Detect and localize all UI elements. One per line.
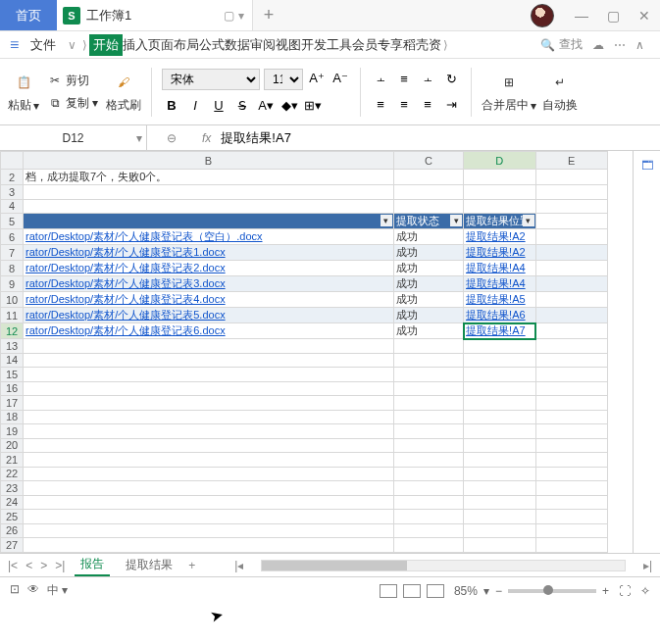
strikethrough-button[interactable]: S̶ (232, 96, 252, 116)
tab-pin-icon[interactable]: ▢ (224, 9, 234, 23)
cell[interactable] (535, 214, 607, 229)
paste-icon[interactable]: 📋 (11, 70, 36, 95)
spreadsheet-grid[interactable]: B C D E 2档，成功提取7个，失败0个。345▾提取状态▾提取结果位置▾6… (0, 151, 608, 553)
cell[interactable] (535, 199, 607, 214)
cell[interactable] (464, 368, 535, 382)
cell[interactable] (464, 481, 535, 496)
row-header[interactable]: 24 (1, 495, 24, 510)
cell[interactable] (24, 495, 394, 510)
search-box[interactable]: 🔍 查找 (540, 36, 583, 53)
menu-prev-icon[interactable]: ⟩ (82, 38, 87, 52)
cell[interactable] (393, 538, 463, 553)
row-header[interactable]: 4 (1, 199, 24, 214)
status-cell[interactable]: 成功 (393, 229, 463, 245)
row-header[interactable]: 9 (1, 276, 24, 292)
header-result[interactable]: 提取结果位置▾ (464, 214, 535, 229)
cell[interactable] (535, 396, 607, 411)
cell[interactable] (535, 276, 607, 292)
file-link[interactable]: rator/Desktop/素材/个人健康登记表3.docx (24, 276, 394, 292)
file-link[interactable]: rator/Desktop/素材/个人健康登记表5.docx (24, 308, 394, 323)
wrap-button[interactable]: 自动换 (542, 97, 578, 114)
collapse-ribbon-icon[interactable]: ∧ (635, 38, 644, 52)
cell[interactable] (535, 538, 607, 553)
row-header[interactable]: 7 (1, 245, 24, 261)
result-link[interactable]: 提取结果!A4 (464, 261, 535, 276)
decrease-font-button[interactable]: A⁻ (330, 69, 350, 88)
indent-button[interactable]: ⇥ (441, 95, 461, 115)
cell[interactable] (24, 199, 394, 214)
header-status[interactable]: 提取状态▾ (393, 214, 463, 229)
cell[interactable] (393, 396, 463, 411)
fx-icon[interactable]: fx (196, 131, 217, 145)
sheet-tab-results[interactable]: 提取结果 (120, 555, 178, 575)
format-painter-button[interactable]: 格式刷 (106, 97, 141, 114)
status-record-icon[interactable]: ⊡ (10, 582, 20, 599)
cell[interactable]: 档，成功提取7个，失败0个。 (24, 170, 394, 185)
row-header[interactable]: 26 (1, 523, 24, 538)
wrap-icon[interactable]: ↵ (547, 70, 573, 95)
file-link[interactable]: rator/Desktop/素材/个人健康登记表1.docx (24, 245, 394, 261)
cell[interactable] (464, 453, 535, 468)
cell[interactable] (464, 339, 535, 354)
cell[interactable] (24, 424, 394, 439)
cell[interactable] (535, 481, 607, 496)
cell[interactable] (535, 261, 607, 276)
col-header-e[interactable]: E (535, 152, 607, 170)
row-header[interactable]: 23 (1, 481, 24, 496)
row-header[interactable]: 10 (1, 292, 24, 308)
cell[interactable] (464, 170, 535, 185)
row-header[interactable]: 8 (1, 261, 24, 276)
tab-home[interactable]: 首页 (0, 0, 57, 30)
cell[interactable] (393, 552, 463, 553)
cell[interactable] (464, 523, 535, 538)
bold-button[interactable]: B (162, 96, 181, 116)
format-painter-icon[interactable]: 🖌 (111, 70, 136, 95)
row-header[interactable]: 21 (1, 453, 24, 468)
col-header-c[interactable]: C (393, 152, 463, 170)
row-header[interactable]: 28 (1, 552, 24, 553)
cell[interactable] (393, 339, 463, 354)
italic-button[interactable]: I (185, 96, 205, 116)
cell[interactable] (24, 552, 394, 553)
cell[interactable] (535, 353, 607, 368)
cell[interactable] (24, 396, 394, 411)
hscroll-thumb[interactable] (262, 561, 407, 570)
fullscreen-icon[interactable]: ⛶ (619, 584, 631, 598)
cell[interactable] (393, 510, 463, 524)
status-eye-icon[interactable]: 👁 (27, 582, 39, 599)
row-header[interactable]: 16 (1, 381, 24, 396)
row-header[interactable]: 17 (1, 396, 24, 411)
zoom-out-button[interactable]: − (495, 584, 502, 598)
merge-button[interactable]: 合并居中▾ (482, 97, 536, 114)
paste-button[interactable]: 粘贴 ▾ (8, 97, 39, 114)
align-left-button[interactable]: ≡ (371, 95, 390, 115)
cell[interactable] (535, 185, 607, 200)
row-header[interactable]: 19 (1, 424, 24, 439)
cell[interactable] (464, 353, 535, 368)
increase-font-button[interactable]: A⁺ (307, 69, 327, 88)
cell[interactable] (464, 396, 535, 411)
file-link[interactable]: rator/Desktop/素材/个人健康登记表6.docx (24, 323, 394, 339)
align-top-button[interactable]: ⫠ (371, 70, 390, 89)
fill-color-button[interactable]: ◆▾ (279, 96, 299, 116)
font-color-button[interactable]: A▾ (256, 96, 276, 116)
cell[interactable] (393, 381, 463, 396)
cell[interactable] (535, 438, 607, 453)
row-header[interactable]: 2 (1, 170, 24, 185)
minimize-button[interactable]: — (566, 0, 597, 31)
row-header[interactable]: 14 (1, 353, 24, 368)
cut-button[interactable]: ✂剪切 (45, 72, 100, 90)
row-header[interactable]: 18 (1, 410, 24, 424)
cell[interactable] (393, 495, 463, 510)
sheet-prev-button[interactable]: < (25, 559, 32, 572)
cell[interactable] (24, 538, 394, 553)
cell[interactable] (464, 410, 535, 424)
cell[interactable] (24, 185, 394, 200)
result-link[interactable]: 提取结果!A2 (464, 229, 535, 245)
side-panel[interactable]: 🗔 (633, 151, 660, 553)
cell[interactable] (535, 245, 607, 261)
result-link[interactable]: 提取结果!A4 (464, 276, 535, 292)
cell[interactable] (535, 467, 607, 481)
sheet-first-button[interactable]: |< (8, 559, 18, 572)
row-header[interactable]: 22 (1, 467, 24, 481)
